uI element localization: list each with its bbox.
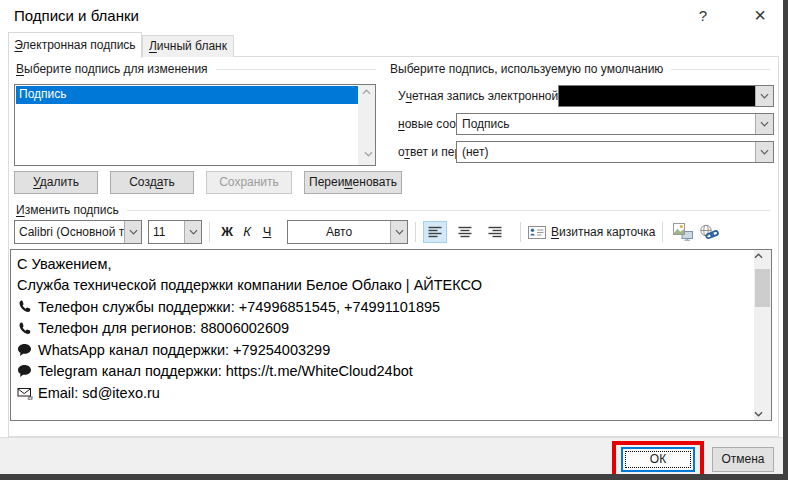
business-card-icon <box>528 226 546 239</box>
group-rule <box>671 69 770 70</box>
toolbar-separator <box>520 222 521 242</box>
chevron-down-icon[interactable] <box>124 221 141 243</box>
account-select-value-redacted <box>559 86 755 106</box>
email-icon: @ <box>17 386 34 400</box>
dialog-title: Подписи и бланки <box>14 7 139 24</box>
signature-line: @Email: sd@itexo.ru <box>17 382 751 404</box>
toolbar-separator <box>662 222 663 242</box>
format-toolbar: Calibri (Основной те 11 Ж К Ч Авто Визит… <box>14 219 772 245</box>
reply-forward-select[interactable]: (нет) <box>456 141 774 163</box>
align-right-icon <box>488 226 502 238</box>
signature-line: Служба технической поддержки компании Бе… <box>17 275 751 297</box>
align-left-icon <box>428 226 442 238</box>
font-select[interactable]: Calibri (Основной те <box>14 220 142 244</box>
phone-icon <box>17 299 34 314</box>
hyperlink-icon <box>698 224 720 240</box>
signature-line: Телефон для регионов: 88006002609 <box>17 318 751 340</box>
font-color-select[interactable]: Авто <box>287 220 408 244</box>
insert-picture-icon <box>673 223 693 241</box>
hyperlink-button[interactable] <box>696 221 722 243</box>
business-card-label: Визитная карточка <box>551 225 655 239</box>
signature-line: Телефон службы поддержки: +74996851545, … <box>17 296 751 318</box>
bold-button[interactable]: Ж <box>217 221 237 243</box>
tab-personal-stationery[interactable]: Личный бланк <box>142 35 234 57</box>
italic-button[interactable]: К <box>237 221 257 243</box>
group-select-signature: Выберите подпись для изменения <box>16 62 376 76</box>
signature-line-text: Служба технической поддержки компании Бе… <box>17 277 482 293</box>
align-center-icon <box>458 226 472 238</box>
signature-line-text: Email: sd@itexo.ru <box>38 385 160 401</box>
new-messages-select-value: Подпись <box>457 114 755 134</box>
underline-button[interactable]: Ч <box>257 221 277 243</box>
signature-line-text: Telegram канал поддержки: https://t.me/W… <box>38 363 413 379</box>
chevron-down-icon[interactable] <box>755 86 773 106</box>
chat-icon <box>17 364 34 378</box>
cancel-button[interactable]: Отмена <box>712 447 774 472</box>
group-edit-signature: Изменить подпись <box>16 203 770 217</box>
signature-line-text: Телефон службы поддержки: +74996851545, … <box>38 299 440 315</box>
font-size-select[interactable]: 11 <box>148 220 202 244</box>
delete-button[interactable]: Удалить <box>14 171 98 194</box>
svg-text:@: @ <box>27 394 33 399</box>
toolbar-separator <box>209 222 210 242</box>
insert-picture-button[interactable] <box>670 221 696 243</box>
window-edge-bottom <box>0 474 788 480</box>
group-default-signature: Выберите подпись, используемую по умолча… <box>390 62 770 76</box>
signature-list-scrollbar[interactable] <box>358 85 375 165</box>
editor-scrollbar[interactable] <box>754 250 771 420</box>
chevron-down-icon[interactable] <box>184 221 201 243</box>
chevron-down-icon[interactable] <box>390 221 407 243</box>
font-size-select-value: 11 <box>149 221 184 243</box>
font-color-select-value: Авто <box>288 221 390 243</box>
tab-email-signature[interactable]: Электронная подпись <box>8 32 142 58</box>
scroll-down-icon <box>754 411 763 417</box>
reply-forward-select-value: (нет) <box>457 142 755 162</box>
signature-list[interactable]: Подпись <box>14 84 376 166</box>
window-edge-right <box>783 0 788 480</box>
chevron-down-icon[interactable] <box>755 114 773 134</box>
group-rule <box>127 210 770 211</box>
group-rule <box>216 69 376 70</box>
signature-text[interactable]: С Уважением,Служба технической поддержки… <box>17 253 751 418</box>
list-item-signature[interactable]: Подпись <box>16 86 359 104</box>
group-default-signature-label: Выберите подпись, используемую по умолча… <box>390 62 663 76</box>
toolbar-separator <box>415 222 416 242</box>
signatures-dialog: { "window": { "title": "Подписи и бланки… <box>0 0 788 480</box>
scroll-up-icon <box>754 253 763 259</box>
business-card-button[interactable]: Визитная карточка <box>528 221 655 243</box>
new-messages-select[interactable]: Подпись <box>456 113 774 135</box>
align-center-button[interactable] <box>453 221 477 243</box>
chat-icon <box>17 343 34 357</box>
rename-button[interactable]: Переименовать <box>304 171 402 194</box>
group-select-signature-label: Выберите подпись для изменения <box>16 62 208 76</box>
scroll-up-icon <box>362 89 371 95</box>
signature-editor[interactable]: С Уважением,Служба технической поддержки… <box>10 249 772 421</box>
account-select[interactable] <box>558 85 774 107</box>
group-edit-signature-label: Изменить подпись <box>16 203 119 217</box>
signature-line-text: С Уважением, <box>17 256 111 272</box>
chevron-down-icon[interactable] <box>755 142 773 162</box>
scrollbar-thumb[interactable] <box>755 269 770 307</box>
scroll-down-icon <box>364 151 373 157</box>
signature-line-text: Телефон для регионов: 88006002609 <box>38 320 289 336</box>
close-icon[interactable]: × <box>744 2 776 28</box>
signature-line: Telegram канал поддержки: https://t.me/W… <box>17 361 751 383</box>
annotation-highlight-ok <box>612 441 704 478</box>
align-right-button[interactable] <box>483 221 507 243</box>
help-icon[interactable]: ? <box>688 4 718 28</box>
signature-line: WhatsApp канал поддержки: +79254003299 <box>17 339 751 361</box>
font-select-value: Calibri (Основной те <box>15 221 124 243</box>
phone-icon <box>17 321 34 336</box>
create-button[interactable]: Создать <box>110 171 194 194</box>
align-left-button[interactable] <box>423 221 447 243</box>
signature-line-text: WhatsApp канал поддержки: +79254003299 <box>38 342 330 358</box>
signature-line: С Уважением, <box>17 253 751 275</box>
save-button: Сохранить <box>206 171 292 194</box>
